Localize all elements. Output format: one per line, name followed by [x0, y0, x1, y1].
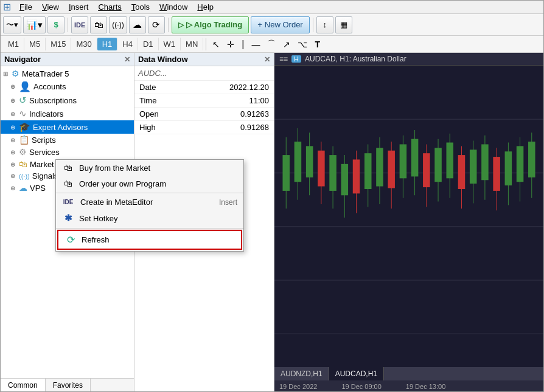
ctx-sep1: [56, 193, 243, 193]
navigator-panel: Navigator ✕ ⊞ ⚙ MetaTrader 5 ⊕ 👤 Account…: [1, 53, 134, 392]
svg-rect-39: [470, 150, 477, 184]
arrow-tool[interactable]: ↗: [279, 38, 294, 51]
tf-m1[interactable]: M1: [3, 38, 24, 50]
expand-icon: ⊞: [3, 70, 10, 77]
svg-rect-47: [517, 146, 524, 182]
svg-rect-37: [458, 155, 466, 189]
dw-value-open: 0.91263: [186, 108, 274, 121]
nav-scripts[interactable]: ⊕ 📋 Scripts: [1, 134, 134, 146]
buy-market-icon: 🛍: [62, 163, 74, 173]
menu-insert[interactable]: Insert: [64, 1, 94, 13]
tf-h1[interactable]: H1: [97, 38, 118, 50]
ctx-create-ide[interactable]: IDE Create in MetaEditor Insert: [56, 194, 243, 210]
chart-icon-button[interactable]: ▦: [335, 16, 352, 33]
ctx-order-program-label: Order your own Program: [79, 179, 237, 188]
ctx-refresh-label: Refresh: [82, 235, 235, 244]
cursor-tool[interactable]: ↖: [209, 38, 223, 51]
data-window-table: Date 2022.12.20 Time 11:00 Open 0.91263 …: [134, 81, 274, 134]
tf-mn[interactable]: MN: [181, 38, 203, 50]
dollar-button[interactable]: $: [47, 16, 65, 33]
tf-h4[interactable]: H4: [117, 38, 138, 50]
svg-rect-27: [400, 144, 407, 178]
svg-rect-17: [341, 164, 349, 195]
new-order-button[interactable]: + New Order: [251, 16, 309, 33]
data-window-title: Data Window: [138, 55, 188, 64]
nav-services[interactable]: ⊕ ⚙ Services: [1, 146, 134, 158]
tf-w1[interactable]: W1: [159, 38, 181, 50]
ctx-order-program[interactable]: 🛍 Order your own Program: [56, 176, 243, 191]
chart-footer: 19 Dec 2022 19 Dec 09:00 19 Dec 13:00: [274, 380, 543, 392]
navigator-tabs: Common Favorites: [1, 378, 134, 392]
tab-common[interactable]: Common: [1, 379, 46, 392]
horizontal-line-tool[interactable]: —: [248, 38, 263, 51]
algo-trading-button[interactable]: ▷ ▷ Algo Trading: [172, 16, 249, 33]
expand-icon: ⊕: [10, 111, 18, 117]
tab-favorites[interactable]: Favorites: [46, 379, 91, 392]
expand-icon: ⊕: [10, 185, 18, 191]
svg-rect-0: [274, 66, 543, 392]
nav-subscriptions[interactable]: ⊕ ↺ Subscriptions: [1, 94, 134, 107]
chart-area[interactable]: ≡≡ H AUDCAD, H1: Australian Dollar: [274, 53, 543, 392]
ctx-set-hotkey[interactable]: ✱ Set Hotkey: [56, 210, 243, 227]
tf-m30[interactable]: M30: [71, 38, 97, 50]
expand-icon: ⊕: [10, 149, 18, 156]
ide-button[interactable]: IDE: [71, 16, 88, 33]
menu-help[interactable]: Help: [192, 1, 218, 13]
chart-time2: 19 Dec 09:00: [341, 383, 381, 390]
plus-icon: +: [257, 20, 262, 29]
nav-metatrader5[interactable]: ⊞ ⚙ MetaTrader 5: [1, 67, 134, 80]
tf-d1[interactable]: D1: [138, 38, 159, 50]
svg-rect-7: [282, 155, 290, 191]
play-icon: ▷: [178, 21, 184, 29]
svg-rect-25: [388, 151, 395, 188]
tf-m5[interactable]: M5: [24, 38, 46, 50]
ctx-create-ide-label: Create in MetaEditor: [80, 198, 214, 207]
menu-window[interactable]: Window: [155, 1, 192, 13]
text-tool[interactable]: T: [311, 38, 324, 51]
chart-title: AUDCAD, H1: Australian Dollar: [305, 55, 406, 63]
menu-bar: ⊞ File View Insert Charts Tools Window H…: [1, 1, 543, 14]
data-window-close[interactable]: ✕: [264, 55, 270, 64]
crosshair-tool[interactable]: ✛: [223, 38, 238, 51]
chart-type-button[interactable]: 📊▾: [23, 16, 46, 33]
signals-icon: ((·)): [19, 173, 30, 180]
dw-row-time: Time 11:00: [134, 94, 274, 108]
nav-expert-advisors[interactable]: ⊕ 🎓 Expert Advisors: [1, 120, 134, 134]
navigator-close[interactable]: ✕: [124, 55, 130, 64]
trendline-tool[interactable]: ⌒: [263, 37, 279, 52]
nav-accounts-label: Accounts: [33, 82, 66, 91]
sort-button[interactable]: ↕: [316, 16, 333, 33]
nav-indicators[interactable]: ⊕ ∿ Indicators: [1, 107, 134, 120]
svg-rect-15: [329, 155, 337, 191]
menu-tools[interactable]: Tools: [127, 1, 155, 13]
menu-charts[interactable]: Charts: [93, 1, 126, 13]
fib-tool[interactable]: ⌥: [294, 38, 311, 51]
ctx-buy-market[interactable]: 🛍 Buy from the Market: [56, 160, 243, 176]
expand-icon: ⊕: [10, 124, 18, 131]
vps-icon: ☁: [19, 183, 27, 193]
cloud-button[interactable]: ☁: [129, 16, 146, 33]
chart-time3: 19 Dec 13:00: [406, 383, 445, 390]
vertical-line-tool[interactable]: |: [238, 37, 248, 52]
chart-tab-audnzd[interactable]: AUDNZD,H1: [274, 367, 329, 380]
refresh-button[interactable]: ⟳: [148, 16, 165, 33]
nav-metatrader5-label: MetaTrader 5: [22, 69, 69, 78]
navigator-header: Navigator ✕: [1, 53, 134, 66]
indicators-icon: ∿: [19, 108, 27, 119]
nav-signals-label: Signals: [32, 171, 58, 181]
nav-accounts[interactable]: ⊕ 👤 Accounts: [1, 80, 134, 94]
signal-button[interactable]: ((·)): [109, 16, 127, 33]
scripts-icon: 📋: [19, 135, 29, 145]
nav-market-label: Market: [30, 160, 54, 169]
expand-icon: ⊕: [10, 173, 18, 179]
chart-tab-audcad[interactable]: AUDCAD,H1: [329, 367, 384, 380]
ctx-refresh[interactable]: ⟳ Refresh: [57, 230, 242, 250]
tf-m15[interactable]: M15: [46, 38, 71, 50]
ctx-create-ide-shortcut: Insert: [219, 198, 237, 207]
menu-file[interactable]: File: [15, 1, 37, 13]
menu-view[interactable]: View: [37, 1, 64, 13]
line-chart-button[interactable]: 〜▾: [3, 16, 21, 33]
market-button[interactable]: 🛍: [90, 16, 107, 33]
nav-vps-label: VPS: [30, 184, 46, 193]
svg-rect-33: [434, 148, 442, 182]
